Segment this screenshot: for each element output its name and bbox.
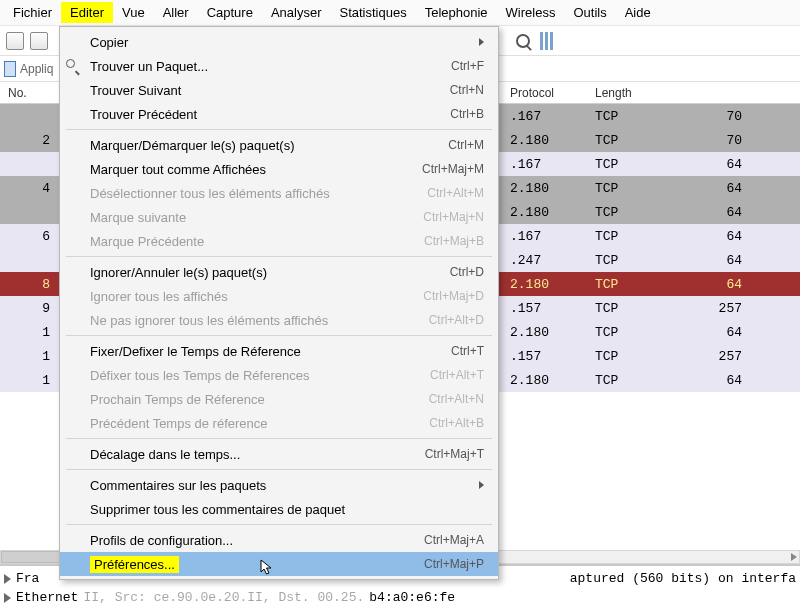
cell-no: 4 xyxy=(0,181,60,196)
cell-protocol: TCP xyxy=(595,133,680,148)
detail-eth-prefix: Ethernet xyxy=(16,590,78,605)
menu-item[interactable]: Marquer/Démarquer le(s) paquet(s)Ctrl+M xyxy=(60,133,498,157)
filter-label: Appliq xyxy=(20,62,53,76)
cell-protocol: TCP xyxy=(595,301,680,316)
menu-item: Marque suivanteCtrl+Maj+N xyxy=(60,205,498,229)
menu-item[interactable]: Trouver un Paquet...Ctrl+F xyxy=(60,54,498,78)
cell-length: 64 xyxy=(680,373,760,388)
menubar-item-aide[interactable]: Aide xyxy=(616,2,660,23)
menu-item-shortcut: Ctrl+Maj+P xyxy=(424,557,484,571)
menu-item-shortcut: Ctrl+Maj+M xyxy=(422,162,484,176)
menu-item: Ignorer tous les affichésCtrl+Maj+D xyxy=(60,284,498,308)
menu-item-shortcut: Ctrl+Maj+N xyxy=(423,210,484,224)
menu-item[interactable]: Fixer/Defixer le Temps de RéferenceCtrl+… xyxy=(60,339,498,363)
menu-item-label: Marque Précédente xyxy=(90,234,424,249)
menubar: FichierEditerVueAllerCaptureAnalyserStat… xyxy=(0,0,800,26)
menu-item-shortcut: Ctrl+Alt+D xyxy=(429,313,484,327)
bookmark-icon[interactable] xyxy=(4,61,16,77)
menu-item-label: Trouver un Paquet... xyxy=(90,59,451,74)
menu-item-shortcut: Ctrl+Alt+M xyxy=(427,186,484,200)
menu-item[interactable]: Trouver PrécédentCtrl+B xyxy=(60,102,498,126)
menu-item[interactable]: Trouver SuivantCtrl+N xyxy=(60,78,498,102)
cell-length: 64 xyxy=(680,253,760,268)
cell-length: 257 xyxy=(680,349,760,364)
toolbar-button[interactable] xyxy=(6,32,24,50)
menu-item-label: Supprimer tous les commentaires de paque… xyxy=(90,502,484,517)
expand-icon[interactable] xyxy=(4,593,11,603)
scroll-right-arrow-icon[interactable] xyxy=(791,553,797,561)
menu-item-shortcut: Ctrl+Alt+N xyxy=(429,392,484,406)
menu-item[interactable]: Commentaires sur les paquets xyxy=(60,473,498,497)
menu-item-label: Désélectionner tous les éléments affiché… xyxy=(90,186,427,201)
menubar-item-wireless[interactable]: Wireless xyxy=(497,2,565,23)
cell-destination: .167 xyxy=(510,157,595,172)
menu-separator xyxy=(66,438,492,439)
cell-protocol: TCP xyxy=(595,349,680,364)
menu-item-label: Trouver Précédent xyxy=(90,107,450,122)
cell-protocol: TCP xyxy=(595,229,680,244)
menu-item: Défixer tous les Temps de RéferencesCtrl… xyxy=(60,363,498,387)
menu-item[interactable]: Marquer tout comme AffichéesCtrl+Maj+M xyxy=(60,157,498,181)
column-protocol[interactable]: Protocol xyxy=(510,86,595,100)
menubar-item-editer[interactable]: Editer xyxy=(61,2,113,23)
zoom-icon[interactable] xyxy=(516,34,530,48)
menu-item[interactable]: Supprimer tous les commentaires de paque… xyxy=(60,497,498,521)
menu-item[interactable]: Décalage dans le temps...Ctrl+Maj+T xyxy=(60,442,498,466)
cell-no: 1 xyxy=(0,349,60,364)
menu-item-shortcut: Ctrl+Maj+B xyxy=(424,234,484,248)
column-no[interactable]: No. xyxy=(0,86,60,100)
menubar-item-telephonie[interactable]: Telephonie xyxy=(416,2,497,23)
expand-icon[interactable] xyxy=(4,574,11,584)
cell-length: 64 xyxy=(680,277,760,292)
menu-item[interactable]: Préférences...Ctrl+Maj+P xyxy=(60,552,498,576)
menu-item[interactable]: Copier xyxy=(60,30,498,54)
column-length[interactable]: Length xyxy=(595,86,675,100)
detail-eth-mid: II, Src: ce.90.0e.20.II, Dst. 00.25. xyxy=(83,590,364,605)
menu-item-shortcut: Ctrl+Alt+T xyxy=(430,368,484,382)
menubar-item-fichier[interactable]: Fichier xyxy=(4,2,61,23)
menubar-item-vue[interactable]: Vue xyxy=(113,2,154,23)
menu-item[interactable]: Profils de configuration...Ctrl+Maj+A xyxy=(60,528,498,552)
menu-item-label: Marque suivante xyxy=(90,210,423,225)
menu-item: Ne pas ignorer tous les éléments affiché… xyxy=(60,308,498,332)
menu-item-shortcut: Ctrl+Maj+D xyxy=(423,289,484,303)
cell-destination: .157 xyxy=(510,349,595,364)
chevron-right-icon xyxy=(479,38,484,46)
detail-line[interactable]: Ethernet II, Src: ce.90.0e.20.II, Dst. 0… xyxy=(4,588,796,607)
menu-item-shortcut: Ctrl+N xyxy=(450,83,484,97)
menu-separator xyxy=(66,256,492,257)
cell-protocol: TCP xyxy=(595,157,680,172)
cell-no: 6 xyxy=(0,229,60,244)
menu-item-label: Marquer/Démarquer le(s) paquet(s) xyxy=(90,138,448,153)
search-icon xyxy=(66,59,80,73)
cell-no: 1 xyxy=(0,373,60,388)
menu-separator xyxy=(66,129,492,130)
menubar-item-outils[interactable]: Outils xyxy=(564,2,615,23)
cell-no: 9 xyxy=(0,301,60,316)
menu-item[interactable]: Ignorer/Annuler le(s) paquet(s)Ctrl+D xyxy=(60,260,498,284)
cell-protocol: TCP xyxy=(595,277,680,292)
menubar-item-aller[interactable]: Aller xyxy=(154,2,198,23)
cell-length: 70 xyxy=(680,133,760,148)
cell-length: 64 xyxy=(680,229,760,244)
menu-item-label: Copier xyxy=(90,35,471,50)
cell-protocol: TCP xyxy=(595,181,680,196)
menu-item-label: Ne pas ignorer tous les éléments affiché… xyxy=(90,313,429,328)
menubar-item-statistiques[interactable]: Statistiques xyxy=(330,2,415,23)
edit-menu-dropdown: CopierTrouver un Paquet...Ctrl+FTrouver … xyxy=(59,26,499,580)
menu-item: Précédent Temps de réferenceCtrl+Alt+B xyxy=(60,411,498,435)
menu-item-label: Prochain Temps de Réference xyxy=(90,392,429,407)
cell-destination: .247 xyxy=(510,253,595,268)
menu-item-label: Trouver Suivant xyxy=(90,83,450,98)
menu-item-label: Marquer tout comme Affichées xyxy=(90,162,422,177)
menu-item-shortcut: Ctrl+F xyxy=(451,59,484,73)
cell-protocol: TCP xyxy=(595,205,680,220)
menu-item-label: Profils de configuration... xyxy=(90,533,424,548)
menubar-item-analyser[interactable]: Analyser xyxy=(262,2,331,23)
menu-item-shortcut: Ctrl+Maj+A xyxy=(424,533,484,547)
resize-columns-icon[interactable] xyxy=(540,32,558,50)
chevron-right-icon xyxy=(479,481,484,489)
toolbar-button[interactable] xyxy=(30,32,48,50)
cell-destination: 2.180 xyxy=(510,181,595,196)
menubar-item-capture[interactable]: Capture xyxy=(198,2,262,23)
